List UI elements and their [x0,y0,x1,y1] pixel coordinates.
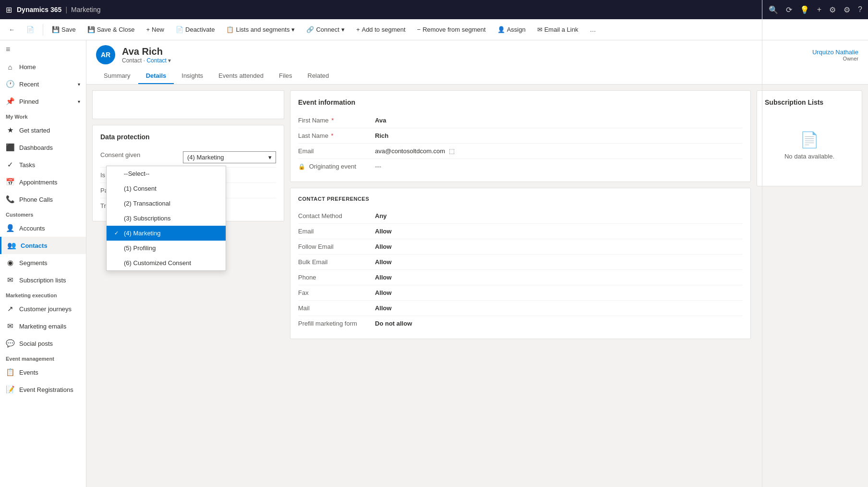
social-label: Social posts [19,340,53,347]
no-data-section: 📄 No data available. [765,112,854,178]
sidebar-item-event-registrations[interactable]: 📝 Event Registrations [0,381,86,398]
sidebar-item-customer-journeys[interactable]: ↗ Customer journeys [0,300,86,317]
email-copy-icon[interactable]: ⬚ [449,147,455,155]
sidebar-item-appointments[interactable]: 📅 Appointments [0,173,86,191]
remove-from-segment-button[interactable]: − Remove from segment [412,23,491,36]
mail-value: Allow [375,304,743,312]
phone-calls-label: Phone Calls [19,196,53,203]
sidebar-item-social-posts[interactable]: 💬 Social posts [0,335,86,352]
owner-section: Urquizo Nathalie Owner [812,49,858,61]
sidebar-item-accounts[interactable]: 👤 Accounts [0,219,86,237]
deactivate-button[interactable]: 📄 Deactivate [171,23,219,36]
last-name-label: Last Name * [298,132,375,139]
sidebar-item-contacts[interactable]: 👥 Contacts [0,237,86,254]
required-star-firstname: * [331,117,334,124]
sidebar-home-label: Home [19,63,36,71]
page-icon: 📄 [26,26,34,33]
main-layout: ≡ ⌂ Home 🕐 Recent ▾ 📌 Pinned ▾ My Work ★… [0,40,868,487]
sidebar-item-segments[interactable]: ◉ Segments [0,254,86,271]
required-star-lastname: * [331,132,334,139]
record-name: Ava Rich [122,46,171,57]
help-icon[interactable]: ? [858,5,862,14]
phone-label: Phone [298,274,375,281]
phone-row: Phone Allow [298,270,743,285]
dropdown-item-consent[interactable]: (1) Consent [107,181,226,196]
command-bar: ← 📄 💾 Save 💾 Save & Close + New 📄 Deacti… [0,19,868,40]
avatar: AR [96,45,115,64]
record-type-chevron[interactable]: ▾ [168,57,171,64]
tabs: Summary Details Insights Events attended… [96,68,858,84]
tab-insights[interactable]: Insights [174,68,211,84]
dropdown-item-customized[interactable]: (6) Customized Consent [107,256,226,270]
dropdown-item-profiling[interactable]: (5) Profiling [107,241,226,256]
event-info-card: Event information First Name * Ava Last … [290,90,751,182]
sidebar-item-phone-calls[interactable]: 📞 Phone Calls [0,191,86,208]
email-pref-label: Email [298,228,375,235]
refresh-icon[interactable]: ⟳ [786,5,792,14]
record-icon-button[interactable]: 📄 [22,23,39,36]
owner-link[interactable]: Urquizo Nathalie [812,49,858,56]
sidebar-item-recent[interactable]: 🕐 Recent ▾ [0,75,86,93]
add-icon[interactable]: + [817,5,821,14]
more-button[interactable]: … [585,23,601,36]
email-label: Email [298,147,375,155]
tab-files[interactable]: Files [271,68,300,84]
appointments-label: Appointments [19,179,58,186]
event-reg-label: Event Registrations [19,386,73,393]
sidebar-item-get-started[interactable]: ★ Get started [0,122,86,139]
dropdown-item-transactional[interactable]: (2) Transactional [107,196,226,211]
sidebar-item-dashboards[interactable]: ⬛ Dashboards [0,139,86,156]
subscription-lists-card: Subscription Lists 📄 No data available. [757,90,862,186]
social-icon: 💬 [6,339,14,348]
consent-select[interactable]: (4) Marketing ▾ [183,151,276,163]
contact-preferences-card: CONTACT PREFERENCES Contact Method Any E… [290,188,751,339]
grid-icon[interactable]: ⊞ [6,5,12,14]
tab-details[interactable]: Details [138,68,174,84]
save-button[interactable]: 💾 Save [47,23,81,36]
first-name-value: Ava [375,117,743,124]
new-button[interactable]: + New [141,23,169,36]
sidebar-toggle[interactable]: ≡ [0,40,86,59]
consent-label: Consent given [100,151,177,158]
mail-label: Mail [298,304,375,312]
segments-icon: ◉ [6,258,14,267]
lists-segments-button[interactable]: 📋 Lists and segments ▾ [221,23,300,36]
contact-method-label: Contact Method [298,212,375,219]
fax-row: Fax Allow [298,285,743,301]
sidebar-item-events[interactable]: 📋 Events [0,364,86,381]
tab-events-attended[interactable]: Events attended [211,68,271,84]
connect-button[interactable]: 🔗 Connect ▾ [301,23,349,36]
back-button[interactable]: ← [4,23,20,36]
segments-label: Segments [19,259,48,267]
get-started-icon: ★ [6,126,14,134]
sidebar-item-marketing-emails[interactable]: ✉ Marketing emails [0,317,86,335]
record-type2-link[interactable]: Contact [146,57,166,64]
filter-icon[interactable]: ⚙ [829,5,836,14]
add-to-segment-button[interactable]: + Add to segment [351,23,410,36]
save-close-button[interactable]: 💾 Save & Close [83,23,140,36]
sidebar-item-subscription-lists[interactable]: ✉ Subscription lists [0,271,86,289]
add-segment-icon: + [356,26,360,33]
email-link-button[interactable]: ✉ Email a Link [532,23,583,36]
first-name-label: First Name * [298,117,375,124]
tasks-icon: ✓ [6,160,14,169]
assign-button[interactable]: 👤 Assign [493,23,530,36]
tab-summary[interactable]: Summary [96,68,138,84]
lists-icon: 📋 [226,26,234,33]
sidebar-item-pinned[interactable]: 📌 Pinned ▾ [0,93,86,110]
owner-label: Owner [812,56,858,61]
contacts-label: Contacts [21,242,48,249]
sidebar-item-home[interactable]: ⌂ Home [0,59,86,75]
bulk-email-label: Bulk Email [298,258,375,266]
connect-chevron-icon: ▾ [341,26,345,33]
lightbulb-icon[interactable]: 💡 [800,5,809,14]
dropdown-item-subscriptions[interactable]: (3) Subscriptions [107,211,226,226]
dropdown-item-marketing[interactable]: ✓ (4) Marketing [107,226,226,241]
tab-related[interactable]: Related [300,68,337,84]
sidebar-item-tasks[interactable]: ✓ Tasks [0,156,86,173]
bulk-email-value: Allow [375,258,743,266]
settings-icon[interactable]: ⚙ [844,5,850,14]
contact-method-value: Any [375,212,743,219]
dropdown-item-select[interactable]: --Select-- [107,166,226,181]
search-icon[interactable]: 🔍 [769,5,778,14]
